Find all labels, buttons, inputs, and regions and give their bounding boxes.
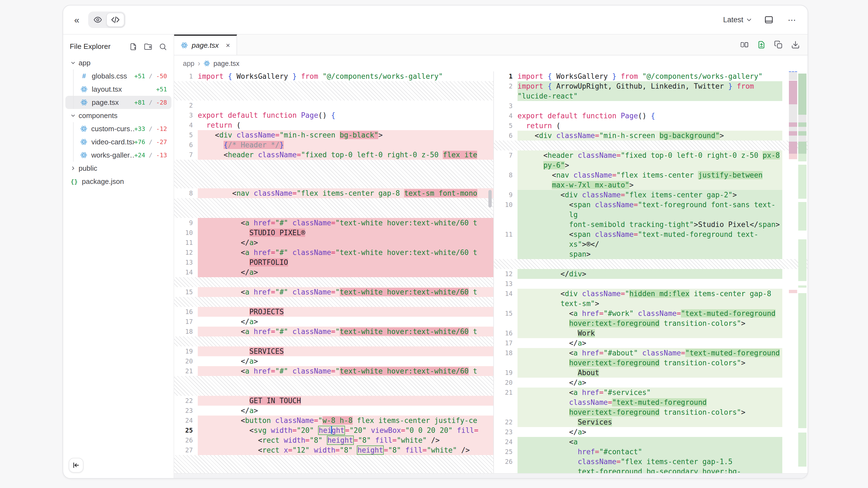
file-explorer-title: File Explorer (70, 42, 111, 51)
line-number: 15 (174, 287, 198, 297)
code-line-15: 15<a href="#" className="text-white hove… (174, 287, 493, 297)
file-tree-item-components[interactable]: components (65, 109, 172, 122)
diff-pane-old[interactable]: 1import { WorksGallery } from "@/compone… (174, 71, 494, 473)
json-icon: {} (70, 178, 79, 185)
line-number: 11 (174, 238, 198, 248)
line-content: <a href="#" className="text-white hover:… (198, 327, 493, 336)
code-line-16: 16PROJECTS (174, 307, 493, 317)
top-toolbar: « Latest (63, 5, 808, 35)
scrollbar-thumb[interactable] (488, 190, 492, 207)
code-toggle-button[interactable] (106, 12, 124, 27)
diff-stats: +81 / -28 (134, 99, 172, 106)
file-tree-item-works-galler-[interactable]: works-galler…+24 / -13 (65, 149, 172, 162)
line-content: <nav className="flex items-center justif… (518, 170, 782, 190)
new-file-icon[interactable] (129, 42, 137, 51)
diff-collapsed-region[interactable] (174, 198, 493, 218)
tab-title: page.tsx (192, 41, 219, 50)
line-number: 22 (494, 417, 518, 427)
diff-collapsed-region[interactable] (174, 376, 493, 396)
new-folder-icon[interactable] (144, 42, 152, 51)
line-content: <a href="#" className="text-white hover:… (198, 248, 493, 257)
download-icon[interactable] (791, 40, 800, 49)
minimap-segment (789, 127, 797, 131)
diff-view-icon[interactable] (757, 40, 766, 49)
minimap-segment (789, 154, 797, 159)
preview-toggle-button[interactable] (89, 13, 106, 26)
diff-pane-new[interactable]: 1import { WorksGallery } from "@/compone… (494, 71, 808, 473)
file-tree-item-public[interactable]: public (65, 162, 172, 175)
line-number: 19 (174, 346, 198, 356)
minimap-segment (789, 131, 797, 136)
code-line-6: 6{/* Header */} (174, 140, 493, 150)
horizontal-scrollbar-track[interactable] (174, 473, 808, 478)
minimap-segment (798, 202, 806, 231)
line-number: 14 (494, 289, 518, 299)
file-tree-item-layout.tsx[interactable]: layout.tsx+51 (65, 83, 172, 96)
more-options-button[interactable]: ⋯ (785, 13, 799, 27)
file-tree-item-custom-curs-[interactable]: custom-curs…+33 / -12 (65, 122, 172, 135)
collapse-chat-button[interactable]: « (72, 13, 82, 27)
line-content: <rect width="8" height="8" fill="white" … (198, 435, 493, 445)
diff-collapsed-region[interactable] (494, 140, 808, 151)
line-content: PROJECTS (198, 307, 493, 317)
file-tree-item-video-card.tsx[interactable]: video-card.tsx+76 / -27 (65, 135, 172, 149)
file-tree-item-app[interactable]: app (65, 56, 172, 69)
code-line-14: 14<div className="hidden md:flex items-c… (494, 289, 808, 308)
diff-collapsed-region[interactable] (174, 160, 493, 188)
line-content: </a> (198, 406, 493, 416)
code-line-4: 4export default function Page() { (494, 111, 808, 121)
line-number: 10 (174, 228, 198, 238)
tab-page-tsx[interactable]: page.tsx × (174, 35, 237, 55)
diff-collapsed-region[interactable] (174, 297, 493, 307)
code-line-5: 5<div className="min-h-screen bg-black"> (174, 130, 493, 140)
minimap-segment (789, 290, 797, 293)
diff-collapsed-region[interactable] (174, 81, 493, 100)
line-content: Services (518, 417, 782, 427)
line-content: </a> (518, 427, 782, 437)
file-tree-item-page.tsx[interactable]: page.tsx+81 / -28 (65, 96, 172, 109)
close-tab-icon[interactable]: × (226, 41, 230, 50)
diff-stats: +76 / -27 (134, 139, 172, 145)
code-line-23: 23</a> (494, 427, 808, 437)
diff-minimap[interactable] (789, 71, 806, 473)
version-dropdown[interactable]: Latest (723, 15, 752, 24)
line-number: 6 (174, 140, 198, 150)
code-line-19: 19About (494, 368, 808, 378)
code-line-9: 9<div className="flex items-center gap-2… (494, 190, 808, 200)
line-number: 6 (494, 131, 518, 140)
minimap-segment (798, 127, 806, 131)
diff-collapsed-region[interactable] (174, 277, 493, 287)
line-number: 25 (174, 425, 198, 435)
line-number: 26 (494, 457, 518, 466)
breadcrumb-file[interactable]: page.tsx (213, 60, 240, 67)
file-tree-item-package.json[interactable]: {}package.json (65, 175, 172, 188)
line-number: 7 (494, 151, 518, 160)
minimap-add-column (798, 71, 806, 473)
split-view-icon[interactable] (740, 40, 749, 49)
line-content: <a href="#work" className="text-muted-fo… (518, 308, 782, 328)
line-number: 21 (174, 366, 198, 376)
line-content: <span className="text-foreground font-sa… (518, 200, 782, 229)
react-icon (181, 42, 188, 49)
line-content: <a href="#" className="text-white hover:… (198, 218, 493, 228)
panel-bottom-button[interactable] (762, 13, 776, 27)
collapse-sidebar-button[interactable] (69, 458, 84, 473)
minimap-segment (798, 239, 806, 281)
line-content: PORTFOLIO (198, 257, 493, 267)
line-content: <rect x="12" width="8" height="8" fill="… (198, 445, 493, 455)
code-line-20: 20</a> (494, 378, 808, 388)
diff-collapsed-region[interactable] (494, 259, 808, 269)
line-number: 24 (494, 437, 518, 447)
copy-icon[interactable] (774, 40, 783, 49)
breadcrumb-parent[interactable]: app (183, 60, 194, 67)
line-number: 20 (174, 356, 198, 366)
diff-collapsed-region[interactable] (174, 455, 493, 473)
line-number: 9 (494, 190, 518, 200)
file-tree-item-globals.css[interactable]: #globals.css+51 / -50 (65, 69, 172, 83)
line-number: 20 (494, 378, 518, 388)
line-content: </a> (518, 338, 782, 348)
search-icon[interactable] (159, 42, 167, 51)
line-number: 11 (494, 229, 518, 239)
line-number: 10 (494, 200, 518, 210)
diff-collapsed-region[interactable] (174, 336, 493, 346)
